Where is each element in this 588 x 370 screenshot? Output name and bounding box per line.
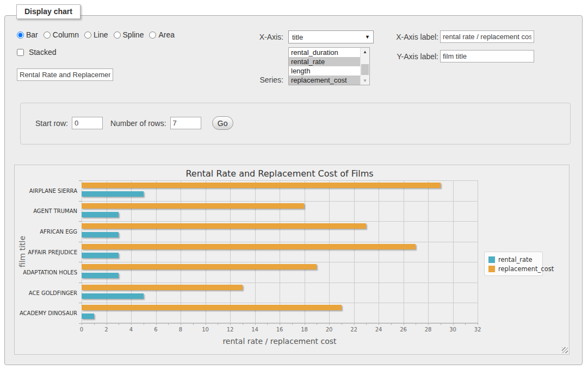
bar-replacement_cost <box>82 223 366 229</box>
x-axis-title: rental rate / replacement cost <box>82 337 478 346</box>
y-axis-tick <box>79 180 82 181</box>
series-option-length[interactable]: length <box>289 66 369 76</box>
y-axis-tick <box>79 221 82 222</box>
bar-replacement_cost <box>82 264 317 269</box>
panel-title: Display chart <box>16 4 81 19</box>
gridline-v <box>230 180 231 323</box>
series-option-replacement_cost[interactable]: replacement_cost <box>289 76 369 85</box>
series-scrollbar[interactable]: ▲ ▼ <box>360 48 369 85</box>
bar-replacement_cost <box>82 244 416 249</box>
x-tick-label: 16 <box>276 327 283 333</box>
gridline-v <box>131 180 132 323</box>
x-axis-select[interactable]: title ▼ <box>288 30 374 43</box>
gridline-v <box>206 180 206 323</box>
bar-replacement_cost <box>82 285 243 290</box>
series-select-label: Series: <box>251 76 283 84</box>
chart-type-radio-bar[interactable]: Bar <box>17 30 38 39</box>
x-axis-label-input[interactable] <box>440 30 534 43</box>
plot-area <box>82 180 478 323</box>
series-option-rental_duration[interactable]: rental_duration <box>289 48 369 57</box>
chart-type-radio-input-line[interactable] <box>84 32 91 39</box>
gridline-v <box>107 180 107 323</box>
start-row-label: Start row: <box>35 119 68 128</box>
x-tick-label: 30 <box>449 327 456 333</box>
gridline-h <box>82 283 478 283</box>
gridline-v <box>280 180 280 323</box>
x-tick-label: 28 <box>425 327 432 333</box>
chart-type-radio-line[interactable]: Line <box>84 30 108 39</box>
scroll-down-icon[interactable]: ▼ <box>361 77 369 85</box>
series-options: rental_durationrental_ratelengthreplacem… <box>289 48 369 85</box>
bar-rental_rate <box>82 253 119 258</box>
gridline-v <box>305 180 305 323</box>
x-tick-label: 20 <box>326 327 333 333</box>
y-axis-label-input[interactable] <box>440 50 534 62</box>
resize-handle-icon[interactable] <box>562 347 568 353</box>
category-label: AFRICAN EGG <box>15 228 77 234</box>
chart-type-radio-spline[interactable]: Spline <box>114 30 144 39</box>
legend-item-replacement_cost[interactable]: replacement_cost <box>488 264 539 273</box>
chart-type-radio-input-column[interactable] <box>44 32 51 39</box>
x-tick-label: 10 <box>202 327 209 333</box>
category-label: ACE GOLDFINGER <box>15 290 77 296</box>
stacked-checkbox-row[interactable]: Stacked <box>17 48 56 57</box>
bar-rental_rate <box>82 313 94 319</box>
chart-title-input[interactable] <box>17 68 113 81</box>
x-tick-label: 6 <box>154 327 157 333</box>
category-label: AIRPLANE SIERRA <box>15 187 77 193</box>
chart-type-radio-input-spline[interactable] <box>114 32 121 39</box>
y-axis-tick <box>79 262 82 262</box>
chevron-down-icon: ▼ <box>365 34 370 40</box>
x-tick-label: 32 <box>474 327 481 333</box>
display-chart-panel: BarColumnLineSplineArea Stacked X-Axis: … <box>4 15 583 365</box>
num-rows-input[interactable] <box>170 117 201 129</box>
chart-type-radio-column[interactable]: Column <box>44 30 79 39</box>
category-label: AGENT TRUMAN <box>15 208 77 214</box>
gridline-v <box>255 180 256 323</box>
y-axis-tick <box>79 242 82 242</box>
scroll-up-icon[interactable]: ▲ <box>361 48 369 56</box>
x-tick-label: 12 <box>227 327 234 333</box>
category-label: ACADEMY DINOSAUR <box>15 310 77 316</box>
scrollbar-thumb[interactable] <box>361 64 369 75</box>
bar-replacement_cost <box>82 203 304 209</box>
x-axis-tick <box>478 323 478 325</box>
chart-type-radio-group: BarColumnLineSplineArea <box>17 30 180 39</box>
gridline-v <box>354 180 355 323</box>
chart-type-radio-input-area[interactable] <box>149 32 156 39</box>
gridline-v <box>428 180 429 323</box>
gridline-h <box>82 262 478 262</box>
x-tick-label: 18 <box>301 327 308 333</box>
bar-rental_rate <box>82 212 119 217</box>
bar-replacement_cost <box>82 183 441 188</box>
x-tick-label: 24 <box>375 327 382 333</box>
gridline-h <box>82 242 478 242</box>
legend-item-rental_rate[interactable]: rental_rate <box>488 255 539 264</box>
gridline-h <box>82 180 478 181</box>
bar-rental_rate <box>82 232 119 237</box>
x-tick-label: 14 <box>251 327 258 333</box>
x-axis-select-label: X-Axis: <box>251 33 283 41</box>
series-listbox[interactable]: rental_durationrental_ratelengthreplacem… <box>288 47 370 85</box>
start-row-input[interactable] <box>72 117 103 129</box>
gridline-v <box>453 180 454 323</box>
gridline-h <box>82 201 478 202</box>
chart-type-radio-area[interactable]: Area <box>149 30 175 39</box>
x-tick-label: 8 <box>179 327 182 333</box>
stacked-checkbox[interactable] <box>17 49 24 56</box>
stacked-label: Stacked <box>29 48 57 57</box>
gridline-h <box>82 303 478 303</box>
x-tick-label: 22 <box>350 327 357 333</box>
chart-legend: rental_ratereplacement_cost <box>484 252 543 276</box>
gridline-v <box>181 180 181 323</box>
category-label: ADAPTATION HOLES <box>15 269 77 275</box>
legend-swatch-icon <box>488 266 495 272</box>
go-button[interactable]: Go <box>212 116 233 130</box>
num-rows-label: Number of rows: <box>110 119 166 128</box>
series-option-rental_rate[interactable]: rental_rate <box>289 57 369 66</box>
bar-rental_rate <box>82 293 144 299</box>
y-axis-tick <box>79 323 82 324</box>
chart-type-radio-input-bar[interactable] <box>17 32 24 39</box>
gridline-v <box>404 180 404 323</box>
gridline-v <box>329 180 330 323</box>
